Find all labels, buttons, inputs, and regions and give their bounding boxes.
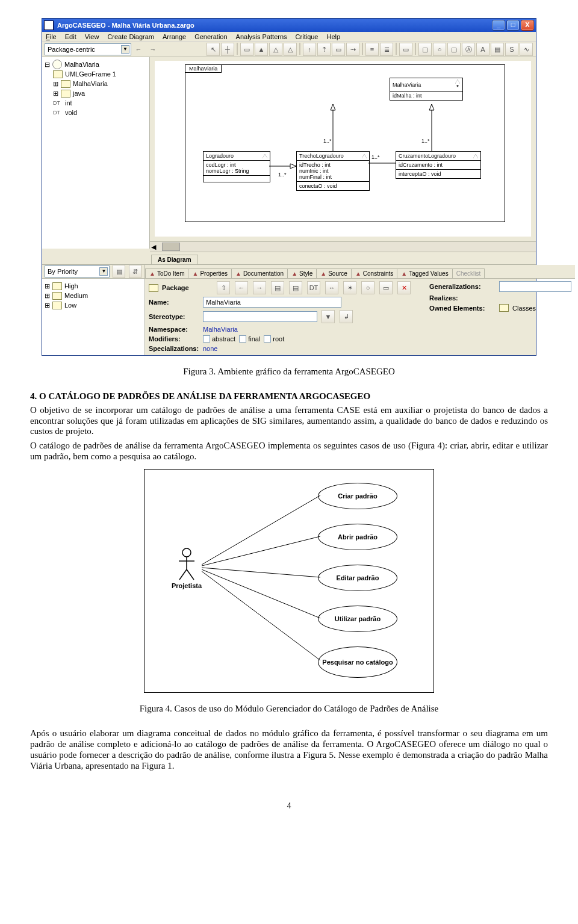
tool-circle[interactable]: ○	[433, 43, 446, 56]
menu-view[interactable]: View	[85, 33, 99, 40]
nav-fwd[interactable]: →	[253, 281, 266, 294]
uml-class-trecho[interactable]: TrechoLogradouro idTrecho : intnumInic :…	[296, 151, 370, 191]
mult-label: 1..*	[323, 138, 332, 144]
tool-spline[interactable]: ∿	[520, 43, 533, 56]
usecase-pesquisar: Pesquisar no catálogo	[318, 646, 397, 678]
tab-style[interactable]: ▲Style	[287, 268, 317, 278]
maximize-button[interactable]: □	[506, 20, 520, 31]
namespace-link[interactable]: MalhaViaria	[203, 326, 238, 333]
tab-source[interactable]: ▲Source	[316, 268, 352, 278]
nav-up[interactable]: ⇧	[217, 281, 230, 294]
tool-move[interactable]: ┼	[221, 43, 234, 56]
menu-analysis[interactable]: Analysis Patterns	[236, 33, 287, 40]
menubar: FFileile Edit View Create Diagram Arrang…	[42, 32, 536, 42]
usecase-abrir: Abrir padrão	[318, 524, 397, 550]
detail-b7[interactable]: ▭	[379, 281, 393, 294]
tool-class[interactable]: ▲	[255, 43, 268, 56]
tree-root[interactable]: MalhaViaria	[64, 61, 99, 68]
abstract-checkbox[interactable]: abstract	[203, 335, 235, 343]
tool-dep[interactable]: ⇢	[346, 43, 359, 56]
uml-class-cruzamento[interactable]: CruzamentoLogradouro idCruzamento : int …	[396, 151, 481, 179]
tab-properties[interactable]: ▲Properties	[188, 268, 231, 278]
tool-assoc[interactable]: △	[269, 43, 282, 56]
h-scrollbar[interactable]: ◀	[150, 241, 536, 252]
app-icon	[44, 20, 54, 30]
flat-button[interactable]: ▤	[113, 265, 125, 278]
tool-gen2[interactable]: ⇡	[317, 43, 331, 56]
stereotype-input[interactable]	[203, 311, 317, 322]
tool-tab[interactable]: ▭	[399, 43, 412, 56]
tool-align2[interactable]: ≣	[380, 43, 393, 56]
tool-curve[interactable]: S	[505, 43, 518, 56]
menu-help[interactable]: Help	[326, 33, 340, 40]
priority-combo[interactable]: By Priority	[45, 265, 110, 278]
stereo-dd[interactable]: ▼	[322, 310, 335, 323]
generalizations-box[interactable]	[499, 281, 571, 292]
tree-node-2[interactable]: MalhaViaria	[73, 80, 108, 87]
frame-label: MalhaViaria	[185, 64, 222, 73]
nav-next[interactable]: →	[146, 43, 160, 56]
folder-icon	[499, 304, 509, 312]
menu-generation[interactable]: Generation	[194, 33, 227, 40]
tree-node-5[interactable]: void	[65, 109, 77, 116]
tab-tagged[interactable]: ▲Tagged Values	[397, 268, 452, 278]
detail-b1[interactable]: ▤	[271, 281, 284, 294]
uml-class-logradouro[interactable]: Logradouro codLogr : intnomeLogr : Strin…	[203, 151, 270, 182]
menu-create[interactable]: Create Diagram	[107, 33, 154, 40]
menu-edit[interactable]: Edit	[65, 33, 76, 40]
name-input[interactable]: MalhaViaria	[203, 297, 341, 308]
uml-class-malhaviaria[interactable]: MalhaViaria* idMalha : int	[390, 78, 463, 101]
menu-critique[interactable]: Critique	[296, 33, 319, 40]
tree-node-1[interactable]: UMLGeoFrame 1	[65, 70, 116, 78]
actor-projetista: Projetista	[169, 548, 205, 589]
perspective-combo[interactable]: Package-centric	[45, 43, 131, 55]
root-checkbox[interactable]: root	[264, 335, 284, 343]
tool-pointer[interactable]: ↖	[207, 43, 220, 56]
tool-align1[interactable]: ≡	[365, 43, 379, 56]
mult-label: 1..*	[371, 154, 380, 160]
tool-box[interactable]: ▭	[332, 43, 345, 56]
diagram-canvas[interactable]: MalhaViaria MalhaViaria* idMalha : int L…	[150, 57, 536, 241]
close-button[interactable]: X	[521, 20, 534, 31]
tab-documentation[interactable]: ▲Documentation	[231, 268, 288, 278]
detail-b3[interactable]: DT	[307, 281, 320, 294]
expand-button[interactable]: ⇵	[129, 265, 141, 278]
tool-package[interactable]: ▭	[240, 43, 253, 56]
figure3-caption: Figura 3. Ambiente gráfico da ferramenta…	[30, 367, 548, 377]
nav-prev[interactable]: ←	[132, 43, 145, 56]
datatype-icon: DT	[53, 110, 63, 116]
specializations-link[interactable]: none	[203, 345, 217, 352]
detail-b5[interactable]: ✶	[343, 281, 356, 294]
tool-note[interactable]: ▤	[491, 43, 504, 56]
delete-button[interactable]: ✕	[397, 281, 411, 294]
detail-b6[interactable]: ○	[361, 281, 374, 294]
menu-file[interactable]: FFileile	[46, 33, 57, 40]
final-checkbox[interactable]: final	[239, 335, 260, 343]
tab-todo[interactable]: ▲ToDo Item	[145, 268, 188, 278]
detail-b2[interactable]: ▤	[289, 281, 302, 294]
argo-screenshot: ArgoCASEGEO - Malha Viária Urbana.zargo …	[42, 18, 536, 356]
tree-node-4[interactable]: int	[65, 99, 72, 107]
minimize-button[interactable]: _	[492, 20, 505, 31]
tool-poly[interactable]: Ⓐ	[462, 43, 475, 56]
tool-round[interactable]: ▢	[447, 43, 461, 56]
usecase-editar: Editar padrão	[318, 565, 397, 591]
menu-arrange[interactable]: Arrange	[163, 33, 186, 40]
paragraph-1: O objetivo de se incorporar um catálogo …	[30, 405, 548, 437]
tool-text[interactable]: A	[476, 43, 489, 56]
folder-icon	[52, 282, 62, 290]
tool-rect[interactable]: ▢	[418, 43, 432, 56]
tool-gen[interactable]: △	[284, 43, 297, 56]
stereo-go[interactable]: ↲	[340, 310, 353, 323]
detail-b4[interactable]: ↔	[325, 281, 338, 294]
svg-line-15	[202, 569, 320, 618]
tree-node-3[interactable]: java	[73, 90, 85, 97]
todo-list[interactable]: ⊞High ⊞Medium ⊞Low	[42, 279, 144, 355]
explorer-tree[interactable]: ⊟MalhaViaria UMLGeoFrame 1 ⊞MalhaViaria …	[42, 57, 150, 249]
datatype-icon: DT	[53, 100, 63, 107]
tab-checklist: Checklist	[452, 268, 485, 278]
tool-up[interactable]: ↑	[303, 43, 316, 56]
nav-back[interactable]: ←	[235, 281, 248, 294]
diagram-tab[interactable]: As Diagram	[151, 255, 198, 264]
tab-constraints[interactable]: ▲Constraints	[351, 268, 397, 278]
